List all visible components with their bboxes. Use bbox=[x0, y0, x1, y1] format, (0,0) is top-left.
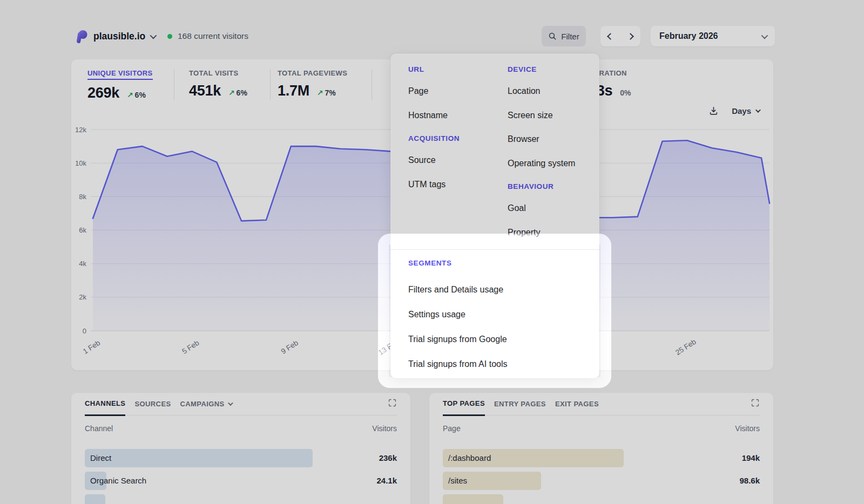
filter-group-title-url: URL bbox=[408, 65, 424, 73]
metric-change-value: 7% bbox=[325, 88, 336, 97]
filter-item-page[interactable]: Page bbox=[408, 86, 428, 96]
divider bbox=[390, 249, 599, 250]
up-arrow-icon: ↗ bbox=[317, 88, 323, 97]
stat-divider bbox=[270, 69, 271, 100]
tab-label: CHANNELS bbox=[85, 399, 125, 407]
export-download-button[interactable] bbox=[708, 106, 719, 116]
filter-item-screen-size[interactable]: Screen size bbox=[508, 111, 553, 120]
metric-change: ↗6% bbox=[228, 88, 247, 97]
metric-change-value: 0% bbox=[620, 88, 631, 97]
tab-channels[interactable]: CHANNELS bbox=[85, 399, 125, 416]
metric-change: ↗7% bbox=[317, 88, 336, 97]
svg-text:0: 0 bbox=[83, 327, 86, 335]
tab-top-pages[interactable]: TOP PAGES bbox=[443, 399, 485, 416]
tab-entry-pages[interactable]: ENTRY PAGES bbox=[494, 400, 546, 415]
up-arrow-icon: ↗ bbox=[127, 91, 133, 99]
current-visitors-link[interactable]: 168 current visitors bbox=[167, 28, 248, 45]
metric-label: TOTAL PAGEVIEWS bbox=[278, 69, 347, 77]
stat-divider bbox=[174, 69, 174, 100]
page-row[interactable]: /:dashboard194k bbox=[443, 449, 760, 467]
row-label: Organic Search bbox=[85, 472, 397, 490]
search-icon bbox=[548, 32, 557, 41]
svg-text:25 Feb: 25 Feb bbox=[674, 337, 697, 356]
tab-label: ENTRY PAGES bbox=[494, 400, 546, 408]
pages-table-header: Page Visitors bbox=[443, 424, 760, 433]
interval-selector[interactable]: Days bbox=[728, 106, 762, 116]
channel-row[interactable] bbox=[85, 494, 397, 504]
segment-filters-and-details-usage[interactable]: Filters and Details usage bbox=[408, 277, 589, 302]
filter-dropdown: URLPageHostnameACQUISITIONSourceUTM tags… bbox=[390, 53, 599, 378]
segment-trial-signups-from-google[interactable]: Trial signups from Google bbox=[408, 327, 589, 352]
svg-text:1 Feb: 1 Feb bbox=[82, 339, 102, 356]
row-label: /:dashboard bbox=[443, 449, 760, 467]
metric-change: ↗6% bbox=[127, 91, 146, 99]
filter-item-source[interactable]: Source bbox=[408, 155, 436, 165]
filter-item-browser[interactable]: Browser bbox=[508, 134, 539, 144]
tab-sources[interactable]: SOURCES bbox=[134, 400, 171, 415]
tab-campaigns[interactable]: CAMPAIGNS bbox=[180, 400, 232, 415]
channels-table: Direct236kOrganic Search24.1k bbox=[85, 449, 397, 504]
svg-text:8k: 8k bbox=[79, 193, 86, 201]
filter-item-utm-tags[interactable]: UTM tags bbox=[408, 180, 446, 189]
plausible-logo-icon bbox=[75, 29, 89, 44]
chevron-left-icon bbox=[607, 33, 614, 40]
column-label: Channel bbox=[85, 424, 113, 433]
pages-panel: TOP PAGESENTRY PAGESEXIT PAGES Page Visi… bbox=[429, 393, 773, 504]
svg-text:4k: 4k bbox=[79, 260, 86, 268]
filter-item-property[interactable]: Property bbox=[508, 228, 540, 237]
expand-icon[interactable] bbox=[388, 398, 397, 407]
tab-label: EXIT PAGES bbox=[555, 400, 599, 408]
value-bar bbox=[443, 494, 503, 504]
metric-value: 451k bbox=[189, 83, 221, 99]
page-row[interactable] bbox=[443, 494, 760, 504]
segments-list: Filters and Details usageSettings usageT… bbox=[408, 277, 589, 377]
chevron-down-icon bbox=[755, 107, 761, 113]
svg-text:9 Feb: 9 Feb bbox=[280, 339, 300, 356]
expand-icon[interactable] bbox=[751, 398, 760, 407]
filter-button[interactable]: Filter bbox=[542, 26, 586, 46]
filter-item-location[interactable]: Location bbox=[508, 86, 541, 96]
interval-label: Days bbox=[732, 106, 751, 115]
chevron-down-icon bbox=[228, 400, 233, 406]
channel-row[interactable]: Organic Search24.1k bbox=[85, 472, 397, 490]
metric-change-value: 6% bbox=[135, 91, 146, 99]
chevron-down-icon bbox=[150, 32, 157, 39]
date-range-picker[interactable]: February 2026 bbox=[651, 26, 775, 46]
segment-settings-usage[interactable]: Settings usage bbox=[408, 302, 589, 327]
svg-text:12k: 12k bbox=[76, 126, 86, 134]
page-row[interactable]: /sites98.6k bbox=[443, 472, 760, 490]
chevron-right-icon bbox=[627, 33, 634, 40]
chevron-down-icon bbox=[761, 32, 768, 39]
metric-label: TOTAL VISITS bbox=[189, 69, 238, 77]
download-icon bbox=[708, 106, 719, 116]
segment-trial-signups-from-ai-tools[interactable]: Trial signups from AI tools bbox=[408, 352, 589, 377]
column-label: Page bbox=[443, 424, 461, 433]
up-arrow-icon: ↗ bbox=[228, 88, 235, 97]
segments-title: SEGMENTS bbox=[408, 259, 452, 267]
filter-item-operating-system[interactable]: Operating system bbox=[508, 159, 575, 168]
metric-unique-visitors[interactable]: UNIQUE VISITORS269k↗6% bbox=[87, 68, 153, 101]
channel-row[interactable]: Direct236k bbox=[85, 449, 397, 467]
svg-text:5 Feb: 5 Feb bbox=[180, 339, 200, 356]
filter-item-hostname[interactable]: Hostname bbox=[408, 111, 448, 120]
filter-item-goal[interactable]: Goal bbox=[508, 203, 526, 213]
svg-text:6k: 6k bbox=[79, 226, 86, 234]
prev-period-button[interactable] bbox=[600, 26, 620, 46]
svg-text:10k: 10k bbox=[76, 159, 86, 167]
channels-table-header: Channel Visitors bbox=[85, 424, 397, 433]
metric-label: UNIQUE VISITORS bbox=[87, 69, 153, 80]
tab-exit-pages[interactable]: EXIT PAGES bbox=[555, 400, 599, 415]
metric-value: 1.7M bbox=[278, 83, 309, 99]
site-switcher[interactable]: plausible.io bbox=[75, 28, 155, 45]
filter-group-title-acquisition: ACQUISITION bbox=[408, 134, 460, 142]
row-label: /sites bbox=[443, 472, 760, 490]
metric-total-pageviews[interactable]: TOTAL PAGEVIEWS1.7M↗7% bbox=[278, 68, 347, 99]
metric-change-value: 6% bbox=[237, 88, 247, 97]
channels-panel: CHANNELSSOURCESCAMPAIGNS Channel Visitor… bbox=[71, 393, 410, 504]
date-range-label: February 2026 bbox=[659, 31, 718, 41]
current-visitors-label: 168 current visitors bbox=[178, 31, 248, 41]
tab-label: CAMPAIGNS bbox=[180, 400, 225, 408]
metric-total-visits[interactable]: TOTAL VISITS451k↗6% bbox=[189, 68, 247, 99]
column-label: Visitors bbox=[372, 424, 397, 433]
next-period-button[interactable] bbox=[620, 26, 640, 46]
